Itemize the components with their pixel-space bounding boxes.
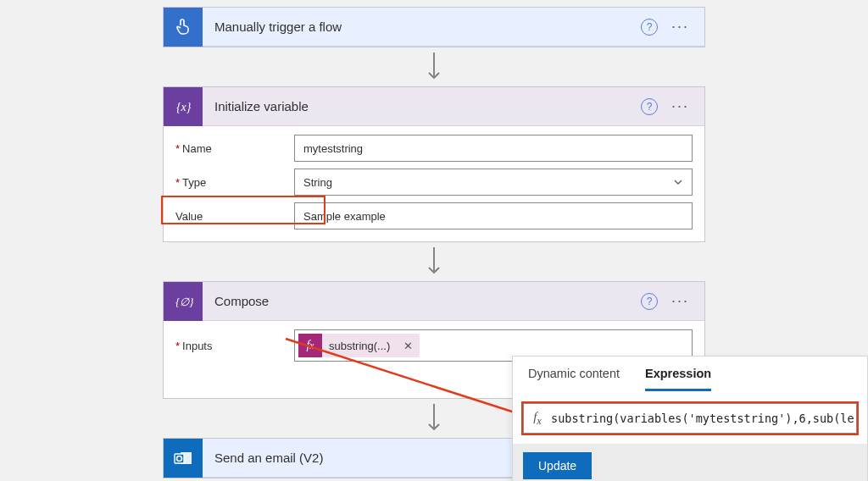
touch-icon: [164, 8, 203, 47]
expression-panel: Dynamic content Expression fx substring(…: [512, 356, 868, 481]
compose-title: Compose: [203, 294, 641, 308]
compose-icon: {∅}: [164, 282, 203, 321]
expression-token[interactable]: fx substring(...) ✕: [298, 334, 420, 357]
value-input[interactable]: [294, 202, 693, 229]
tab-expression[interactable]: Expression: [645, 367, 711, 391]
trigger-card[interactable]: Manually trigger a flow ? ···: [163, 7, 705, 47]
trigger-title: Manually trigger a flow: [203, 19, 641, 34]
expression-input[interactable]: fx substring(variables('myteststring'),6…: [523, 403, 857, 434]
type-label: *Type: [175, 176, 294, 189]
inputs-label: *Inputs: [175, 340, 294, 352]
help-icon[interactable]: ?: [641, 293, 658, 310]
type-select[interactable]: String: [294, 169, 693, 196]
arrow-down-icon: [424, 404, 444, 433]
value-label: Value: [175, 210, 294, 223]
compose-header[interactable]: {∅} Compose ? ···: [164, 282, 704, 321]
tab-dynamic-content[interactable]: Dynamic content: [528, 367, 620, 391]
arrow-down-icon: [424, 247, 444, 276]
menu-icon[interactable]: ···: [668, 18, 693, 36]
fx-icon: fx: [524, 410, 551, 428]
svg-text:{x}: {x}: [176, 101, 192, 113]
chevron-down-icon: [673, 177, 683, 187]
help-icon[interactable]: ?: [641, 98, 658, 115]
svg-rect-3: [175, 454, 184, 463]
trigger-header[interactable]: Manually trigger a flow ? ···: [164, 8, 704, 47]
variable-icon: {x}: [164, 87, 203, 126]
menu-icon[interactable]: ···: [668, 292, 693, 310]
initialize-card: {x} Initialize variable ? ··· *Name *Typ…: [163, 86, 705, 242]
update-button[interactable]: Update: [523, 452, 592, 479]
svg-text:{∅}: {∅}: [175, 296, 193, 308]
arrow-down-icon: [424, 53, 444, 81]
initialize-header[interactable]: {x} Initialize variable ? ···: [164, 87, 704, 126]
fx-icon: fx: [298, 334, 322, 357]
help-icon[interactable]: ?: [641, 19, 658, 36]
outlook-icon: [164, 439, 203, 478]
token-remove-icon[interactable]: ✕: [397, 340, 420, 352]
menu-icon[interactable]: ···: [668, 97, 693, 115]
name-label: *Name: [175, 142, 294, 155]
name-input[interactable]: [294, 135, 693, 162]
initialize-title: Initialize variable: [203, 99, 641, 113]
